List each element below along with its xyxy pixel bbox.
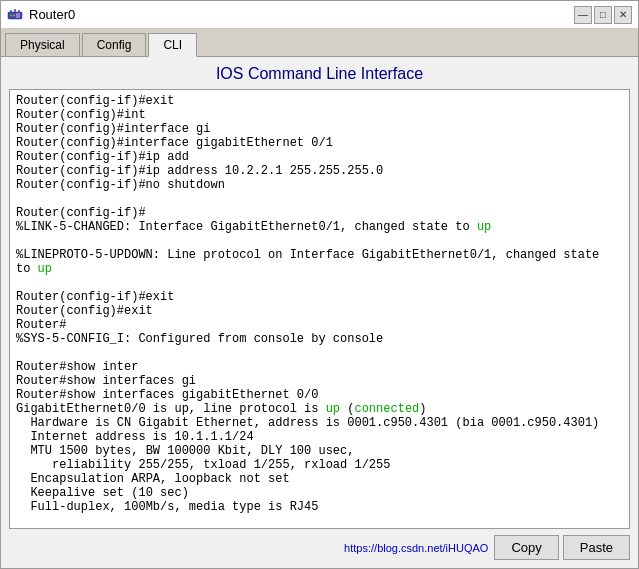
svg-point-2 xyxy=(13,14,15,16)
svg-rect-3 xyxy=(16,13,20,18)
cli-terminal[interactable]: Router(config-if)#exit Router(config)#in… xyxy=(9,89,630,529)
protocol-up: up xyxy=(326,402,340,416)
state-up-1: up xyxy=(477,220,491,234)
footer-url: https://blog.csdn.net/iHUQAO xyxy=(249,542,495,554)
minimize-button[interactable]: — xyxy=(574,6,592,24)
page-title: IOS Command Line Interface xyxy=(1,57,638,89)
footer: https://blog.csdn.net/iHUQAO Copy Paste xyxy=(9,529,630,560)
tab-physical[interactable]: Physical xyxy=(5,33,80,56)
main-content: Router(config-if)#exit Router(config)#in… xyxy=(1,89,638,568)
tab-config[interactable]: Config xyxy=(82,33,147,56)
title-bar-left: Router0 xyxy=(7,7,75,23)
main-window: Router0 — □ ✕ Physical Config CLI IOS Co… xyxy=(0,0,639,569)
footer-buttons: Copy Paste xyxy=(494,535,630,560)
window-title: Router0 xyxy=(29,7,75,22)
copy-button[interactable]: Copy xyxy=(494,535,558,560)
tab-bar: Physical Config CLI xyxy=(1,29,638,57)
router-icon xyxy=(7,7,23,23)
state-up-2: up xyxy=(38,262,52,276)
close-button[interactable]: ✕ xyxy=(614,6,632,24)
svg-point-1 xyxy=(10,14,12,16)
maximize-button[interactable]: □ xyxy=(594,6,612,24)
paste-button[interactable]: Paste xyxy=(563,535,630,560)
state-connected: connected xyxy=(354,402,419,416)
title-bar: Router0 — □ ✕ xyxy=(1,1,638,29)
tab-cli[interactable]: CLI xyxy=(148,33,197,57)
title-bar-controls: — □ ✕ xyxy=(574,6,632,24)
